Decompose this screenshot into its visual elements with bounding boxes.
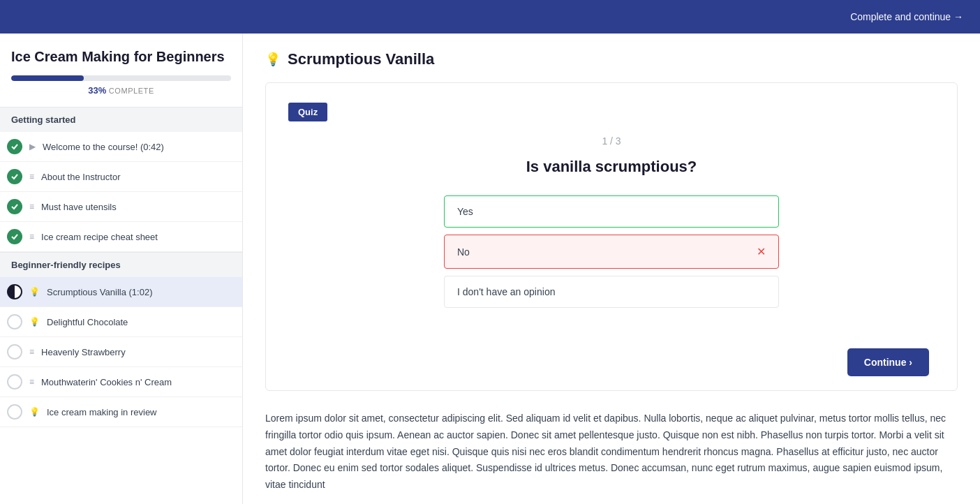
- circle-icon-strawberry: [7, 344, 22, 360]
- content-bulb-icon: 💡: [265, 52, 281, 67]
- wrong-mark-icon: ✕: [757, 245, 766, 258]
- quiz-progress: 1 / 3: [294, 135, 929, 147]
- main-layout: Ice Cream Making for Beginners 33% COMPL…: [0, 34, 980, 504]
- quiz-badge-label: Quiz: [288, 103, 327, 121]
- sidebar-item-about-instructor[interactable]: ≡ About the Instructor: [0, 162, 242, 192]
- content-heading: 💡 Scrumptious Vanilla: [265, 50, 958, 68]
- quiz-option-yes[interactable]: Yes: [444, 195, 779, 228]
- item-text-utensils: Must have utensils: [41, 202, 231, 212]
- doc-icon-utensils: ≡: [29, 202, 34, 212]
- item-text-vanilla: Scrumptious Vanilla (1:02): [47, 287, 231, 297]
- item-text-chocolate: Delightful Chocolate: [47, 317, 231, 327]
- quiz-question: Is vanilla scrumptious?: [294, 158, 929, 176]
- content-title: Scrumptious Vanilla: [288, 50, 434, 68]
- sidebar-item-cookies-cream[interactable]: ≡ Mouthwaterin' Cookies n' Cream: [0, 367, 242, 397]
- item-text-welcome: Welcome to the course! (0:42): [43, 142, 231, 152]
- quiz-body: 1 / 3 Is vanilla scrumptious? Yes No ✕ I…: [266, 121, 957, 348]
- item-text-review: Ice cream making in review: [47, 407, 231, 417]
- bulb-icon-review: 💡: [29, 407, 40, 417]
- sidebar-item-welcome[interactable]: ▶ Welcome to the course! (0:42): [0, 132, 242, 162]
- quiz-options: Yes No ✕ I don't have an opinion: [444, 195, 779, 308]
- progress-label: 33% COMPLETE: [11, 85, 231, 96]
- sidebar-item-ice-cream-review[interactable]: 💡 Ice cream making in review: [0, 397, 242, 427]
- doc-icon-about: ≡: [29, 172, 34, 181]
- circle-icon-cookies: [7, 374, 22, 390]
- complete-continue-button[interactable]: Complete and continue →: [850, 11, 963, 22]
- doc-icon-strawberry: ≡: [29, 347, 34, 357]
- half-circle-icon-vanilla: [7, 284, 22, 299]
- quiz-option-yes-text: Yes: [457, 206, 473, 217]
- content-area: 💡 Scrumptious Vanilla Quiz 1 / 3 Is vani…: [243, 34, 980, 504]
- check-icon-cheat: [7, 229, 22, 244]
- section-beginner-recipes: Beginner-friendly recipes: [0, 252, 242, 277]
- progress-bar-container: 33% COMPLETE: [11, 75, 231, 96]
- video-icon-welcome: ▶: [29, 142, 36, 151]
- bulb-icon-vanilla: 💡: [29, 287, 40, 297]
- quiz-option-no[interactable]: No ✕: [444, 235, 779, 269]
- progress-complete-text: COMPLETE: [109, 87, 154, 95]
- doc-icon-cookies: ≡: [29, 377, 34, 387]
- check-icon-utensils: [7, 199, 22, 214]
- quiz-card: Quiz 1 / 3 Is vanilla scrumptious? Yes N…: [265, 82, 958, 391]
- top-bar: Complete and continue →: [0, 0, 980, 34]
- circle-icon-chocolate: [7, 314, 22, 329]
- item-text-about: About the Instructor: [41, 172, 231, 182]
- continue-button[interactable]: Continue ›: [847, 348, 929, 376]
- item-text-strawberry: Heavenly Strawberry: [41, 347, 231, 357]
- doc-icon-cheat: ≡: [29, 232, 34, 242]
- quiz-badge: Quiz: [266, 83, 957, 121]
- bulb-icon-chocolate: 💡: [29, 317, 40, 327]
- item-text-cheat: Ice cream recipe cheat sheet: [41, 232, 231, 242]
- check-icon-about: [7, 169, 22, 184]
- sidebar-header: Ice Cream Making for Beginners 33% COMPL…: [0, 34, 242, 107]
- progress-bar-fill: [11, 75, 84, 81]
- sidebar-item-utensils[interactable]: ≡ Must have utensils: [0, 192, 242, 222]
- progress-bar-bg: [11, 75, 231, 81]
- progress-percent: 33%: [88, 85, 106, 96]
- quiz-footer: Continue ›: [266, 348, 957, 390]
- check-icon-welcome: [7, 139, 22, 154]
- quiz-option-no-text: No: [457, 246, 470, 258]
- quiz-option-no-opinion-text: I don't have an opinion: [457, 286, 555, 297]
- sidebar-item-cheat-sheet[interactable]: ≡ Ice cream recipe cheat sheet: [0, 222, 242, 252]
- sidebar-item-scrumptious-vanilla[interactable]: 💡 Scrumptious Vanilla (1:02): [0, 277, 242, 307]
- lorem-text: Lorem ipsum dolor sit amet, consectetur …: [265, 410, 958, 494]
- course-title: Ice Cream Making for Beginners: [11, 47, 231, 66]
- sidebar-item-delightful-chocolate[interactable]: 💡 Delightful Chocolate: [0, 307, 242, 337]
- sidebar-item-heavenly-strawberry[interactable]: ≡ Heavenly Strawberry: [0, 337, 242, 367]
- item-text-cookies: Mouthwaterin' Cookies n' Cream: [41, 377, 231, 387]
- quiz-option-no-opinion[interactable]: I don't have an opinion: [444, 276, 779, 308]
- section-getting-started: Getting started: [0, 107, 242, 132]
- circle-icon-review: [7, 404, 22, 420]
- sidebar: Ice Cream Making for Beginners 33% COMPL…: [0, 34, 243, 504]
